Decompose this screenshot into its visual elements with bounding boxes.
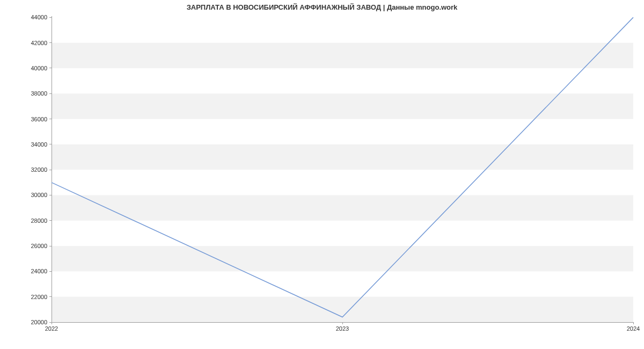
y-tick-label: 40000	[31, 65, 47, 71]
y-tick-label: 20000	[31, 319, 47, 325]
x-tick-label: 2024	[627, 325, 640, 332]
y-tick-label: 22000	[31, 294, 47, 300]
grid-band	[52, 43, 633, 68]
chart-svg: 2000022000240002600028000300003200034000…	[0, 0, 644, 349]
chart-container: ЗАРПЛАТА В НОВОСИБИРСКИЙ АФФИНАЖНЫЙ ЗАВО…	[0, 0, 644, 349]
grid-band	[52, 93, 633, 119]
grid-band	[52, 246, 633, 271]
y-tick-label: 26000	[31, 243, 47, 249]
x-tick-label: 2023	[336, 325, 349, 332]
x-tick-label: 2022	[45, 325, 58, 332]
y-tick-label: 38000	[31, 90, 47, 97]
grid-band	[52, 144, 633, 170]
y-tick-label: 36000	[31, 116, 47, 122]
y-tick-label: 30000	[31, 192, 47, 198]
y-tick-label: 34000	[31, 141, 47, 148]
grid-band	[52, 195, 633, 220]
y-tick-label: 44000	[31, 14, 47, 20]
y-tick-label: 24000	[31, 268, 47, 274]
y-tick-label: 32000	[31, 166, 47, 173]
y-tick-label: 42000	[31, 40, 47, 46]
y-tick-label: 28000	[31, 217, 47, 224]
grid-band	[52, 297, 633, 322]
